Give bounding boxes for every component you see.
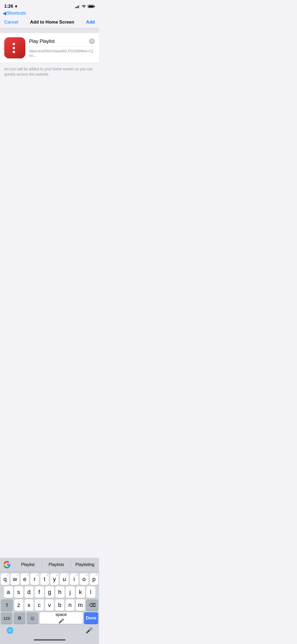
back-chevron-icon: ◀	[3, 11, 6, 16]
description-text: An icon will be added to your home scree…	[4, 67, 95, 77]
wifi-icon	[82, 5, 86, 8]
name-row	[29, 38, 95, 44]
status-bar: 1:26	[0, 0, 99, 10]
cancel-button[interactable]: Cancel	[4, 20, 18, 25]
status-time: 1:26	[4, 4, 18, 9]
nav-bar: Cancel Add to Home Screen Add	[0, 17, 99, 28]
clear-input-button[interactable]	[89, 38, 95, 44]
signal-bars-icon	[75, 5, 80, 8]
shortcuts-back-label: Shortcuts	[7, 11, 26, 16]
back-nav: ◀ Shortcuts	[0, 10, 99, 17]
divider	[29, 46, 95, 47]
list-icon	[11, 41, 19, 55]
spacer	[0, 28, 99, 33]
app-url: data:text/html;base64,PGh0bWw+Cjxo...	[29, 49, 95, 58]
card-info: data:text/html;base64,PGh0bWw+Cjxo...	[29, 37, 95, 58]
app-icon	[4, 37, 25, 58]
status-icons	[75, 5, 95, 8]
description-area: An icon will be added to your home scree…	[0, 63, 99, 81]
location-icon	[14, 4, 18, 8]
shortcuts-back-button[interactable]: ◀ Shortcuts	[3, 11, 95, 16]
battery-icon	[88, 5, 95, 8]
app-card: data:text/html;base64,PGh0bWw+Cjxo...	[0, 33, 99, 63]
page-title: Add to Home Screen	[30, 20, 74, 25]
add-button[interactable]: Add	[86, 20, 95, 25]
app-name-input[interactable]	[29, 39, 89, 44]
